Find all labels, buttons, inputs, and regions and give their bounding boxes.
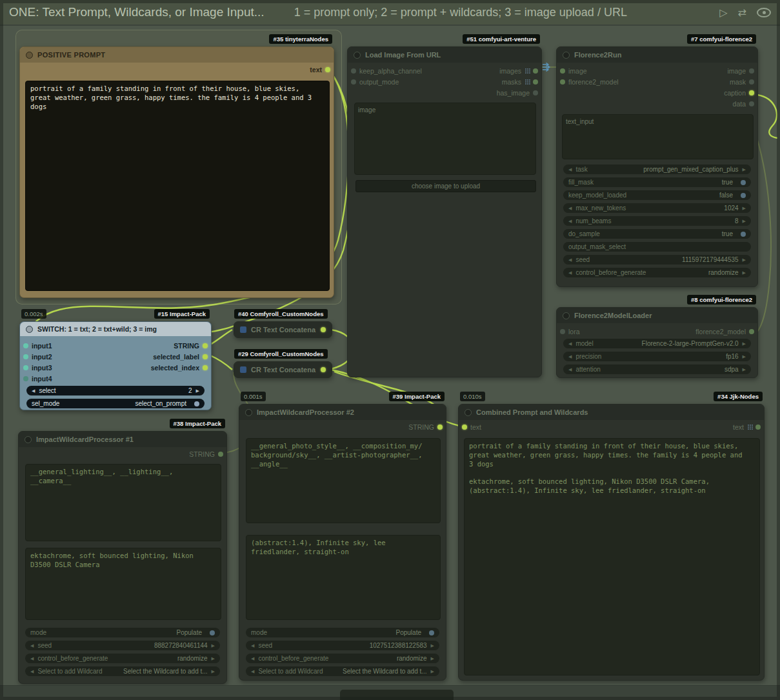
decrement-arrow-icon[interactable] — [568, 216, 572, 226]
image-url-textarea[interactable] — [354, 103, 536, 175]
output-slot[interactable]: STRING — [408, 423, 443, 431]
output-slot[interactable]: data — [733, 100, 754, 108]
output-dot-icon[interactable] — [325, 67, 330, 72]
node-cr-text-concatenate-29[interactable]: #29 Comfyroll_CustomNodes CR Text Concat… — [234, 361, 332, 378]
increment-arrow-icon[interactable] — [743, 255, 746, 265]
node-florence2-model-loader[interactable]: #8 comfyui-florence2 Florence2ModelLoade… — [556, 307, 758, 378]
input-slot[interactable]: input4 — [23, 375, 52, 383]
decrement-arrow-icon[interactable] — [568, 365, 572, 374]
output-dot-icon[interactable] — [749, 79, 754, 85]
node-titlebar[interactable]: ImpactWildcardProcessor #1 — [19, 432, 226, 447]
widget-control-before-generate[interactable]: control_before_generaterandomize — [25, 654, 220, 663]
node-titlebar[interactable]: ImpactWildcardProcessor #2 — [239, 405, 446, 420]
collapse-dot-icon[interactable] — [563, 52, 570, 59]
node-positive-prompt[interactable]: #35 tinyterraNodes POSITIVE PROMPT text … — [19, 46, 334, 298]
widget-task[interactable]: taskprompt_gen_mixed_caption_plus — [563, 165, 751, 174]
collapse-dot-icon[interactable] — [26, 52, 33, 59]
node-titlebar[interactable]: SWITCH: 1 = txt; 2 = txt+wild; 3 = img — [20, 322, 211, 336]
output-dot-icon[interactable] — [321, 367, 326, 372]
decrement-arrow-icon[interactable] — [30, 641, 34, 650]
collapse-dot-icon[interactable] — [26, 326, 33, 333]
toggle-dot-icon[interactable] — [741, 232, 746, 237]
output-slot[interactable]: florence2_model — [695, 328, 754, 335]
widget-select-to-add-wildcard[interactable]: Select to add WildcardSelect the Wildcar… — [25, 666, 220, 676]
output-dot-icon[interactable] — [533, 68, 538, 74]
collapse-dot-icon[interactable] — [465, 409, 472, 416]
output-slot[interactable]: STRING — [189, 450, 223, 458]
widget-max-new-tokens[interactable]: max_new_tokens1024 — [563, 203, 751, 213]
input-slot[interactable]: florence2_model — [560, 78, 619, 86]
decrement-arrow-icon[interactable] — [568, 203, 572, 213]
decrement-arrow-icon[interactable] — [30, 654, 34, 663]
increment-arrow-icon[interactable] — [743, 203, 746, 213]
node-titlebar[interactable]: CR Text Concatena — [234, 362, 332, 377]
offscreen-node-top[interactable] — [340, 690, 454, 700]
node-cr-text-concatenate-40[interactable]: #40 Comfyroll_CustomNodes CR Text Concat… — [234, 321, 332, 338]
widget-sel-mode[interactable]: sel_mode select_on_prompt — [26, 399, 205, 408]
widget-output-mask-select[interactable]: output_mask_select — [563, 242, 751, 252]
input-dot-icon[interactable] — [23, 365, 28, 370]
decrement-arrow-icon[interactable] — [32, 386, 35, 395]
decrement-arrow-icon[interactable] — [251, 666, 254, 676]
widget-seed[interactable]: seed888272840461144 — [25, 641, 220, 650]
node-titlebar[interactable]: Florence2ModelLoader — [557, 308, 757, 323]
run-group-icon[interactable]: ▷ — [719, 6, 727, 19]
widget-mode[interactable]: modePopulate — [25, 628, 220, 637]
increment-arrow-icon[interactable] — [431, 654, 434, 663]
input-slot[interactable]: input3 — [23, 364, 52, 372]
increment-arrow-icon[interactable] — [431, 666, 434, 676]
widget-fill-mask[interactable]: fill_masktrue — [563, 177, 751, 187]
group-title-bar[interactable]: ONE: Text Prompt, Wildcards, or Image In… — [0, 0, 780, 26]
output-dot-icon[interactable] — [533, 79, 538, 85]
increment-arrow-icon[interactable] — [196, 386, 199, 395]
widget-seed[interactable]: seed1115972179444535 — [563, 255, 751, 265]
output-dot-icon[interactable] — [749, 90, 754, 95]
increment-arrow-icon[interactable] — [743, 216, 746, 226]
input-slot[interactable]: text — [462, 423, 481, 431]
output-slot[interactable]: images — [499, 67, 538, 75]
input-dot-icon[interactable] — [462, 425, 467, 430]
widget-attention[interactable]: attentionsdpa — [563, 365, 751, 374]
pan-arrows-icon[interactable]: ⇄ — [738, 6, 746, 19]
output-dot-icon[interactable] — [749, 68, 754, 74]
decrement-arrow-icon[interactable] — [568, 255, 572, 265]
widget-keep-model-loaded[interactable]: keep_model_loadedfalse — [563, 190, 751, 200]
widget-control-before-generate[interactable]: control_before_generaterandomize — [246, 654, 439, 663]
widget-control-before-generate[interactable]: control_before_generaterandomize — [563, 268, 751, 277]
output-slot[interactable]: STRING — [174, 342, 208, 350]
decrement-arrow-icon[interactable] — [568, 339, 572, 348]
populated-text-textarea[interactable]: (abstract:1.4), Infinite sky, lee friedl… — [246, 535, 441, 620]
node-titlebar[interactable]: CR Text Concatena — [234, 322, 332, 337]
output-dot-icon[interactable] — [218, 452, 223, 457]
node-combined-prompt-and-wildcards[interactable]: 0.010s #34 Jjk-Nodes Combined Prompt and… — [458, 404, 765, 681]
widget-model[interactable]: modelFlorence-2-large-PromptGen-v2.0 — [563, 339, 751, 348]
toggle-dot-icon[interactable] — [429, 630, 434, 635]
node-titlebar[interactable]: POSITIVE PROMPT — [20, 47, 334, 63]
node-florence2run[interactable]: #7 comfyui-florence2 Florence2Run image … — [556, 46, 758, 287]
widget-select[interactable]: select 2 — [26, 386, 205, 395]
input-dot-icon[interactable] — [23, 376, 28, 381]
increment-arrow-icon[interactable] — [212, 654, 215, 663]
node-titlebar[interactable]: Load Image From URL — [348, 47, 541, 63]
toggle-dot-icon[interactable] — [210, 630, 215, 635]
toggle-dot-icon[interactable] — [194, 401, 199, 406]
input-slot[interactable]: input2 — [23, 353, 52, 361]
increment-arrow-icon[interactable] — [743, 165, 746, 174]
choose-image-upload-button[interactable]: choose image to upload — [355, 180, 536, 192]
populated-text-textarea[interactable]: ektachrome, soft bounced lighting, Nikon… — [25, 548, 221, 620]
increment-arrow-icon[interactable] — [743, 339, 746, 348]
input-dot-icon[interactable] — [560, 329, 565, 334]
input-dot-icon[interactable] — [23, 354, 28, 359]
toggle-dot-icon[interactable] — [741, 180, 746, 185]
output-slot[interactable]: mask — [730, 78, 754, 86]
collapse-dot-icon[interactable] — [563, 312, 570, 319]
output-dot-icon[interactable] — [321, 327, 326, 332]
input-slot[interactable]: keep_alpha_channel — [351, 67, 422, 75]
node-switch[interactable]: 0.002s #15 Impact-Pack SWITCH: 1 = txt; … — [19, 321, 212, 410]
output-slot[interactable]: selected_label — [153, 353, 208, 361]
collapse-dot-icon[interactable] — [25, 436, 32, 443]
input-slot[interactable]: output_mode — [351, 78, 399, 86]
output-dot-icon[interactable] — [203, 354, 208, 359]
visibility-eye-icon[interactable] — [757, 8, 771, 17]
increment-arrow-icon[interactable] — [743, 268, 746, 277]
